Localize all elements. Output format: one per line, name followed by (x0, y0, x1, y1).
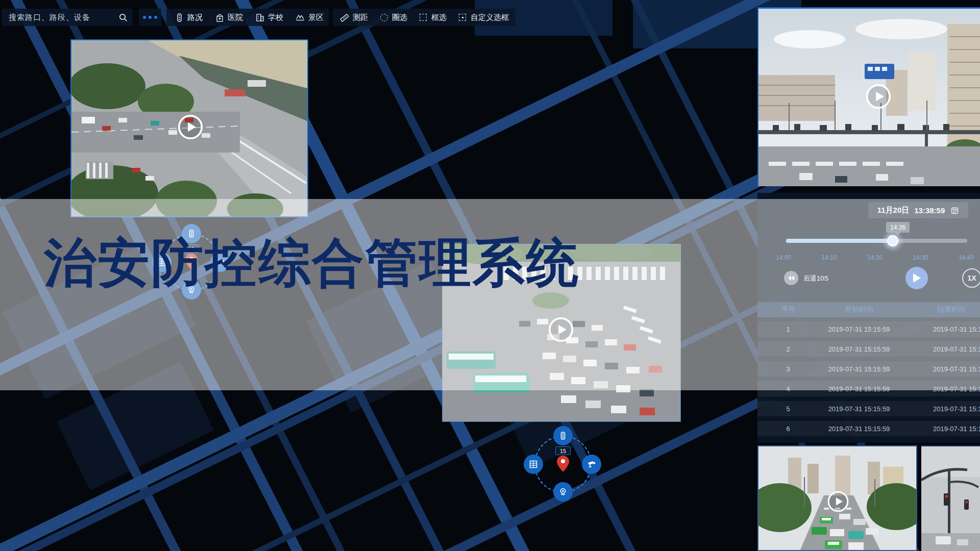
search-input[interactable]: 搜索路口、路段、设备 (2, 9, 133, 26)
search-icon[interactable] (118, 13, 128, 22)
timeline-ticks: 14:0014:1014:2014:3014:40 (757, 254, 980, 261)
app-root: 15 治安防控综合管理系统 搜索路口、路段、设备 路况 医院 (0, 0, 980, 551)
table-cell: 2019-07-31 15:15:59 (912, 325, 980, 333)
panel-grid-icon[interactable] (524, 455, 543, 474)
table-cell: 2019-07-31 15:15:59 (912, 405, 980, 413)
toolbar-item-label: 医院 (228, 13, 243, 22)
traffic-light-icon[interactable] (553, 426, 573, 445)
play-button[interactable] (177, 114, 204, 140)
slider-tooltip: 14:26 (886, 222, 910, 233)
scenic-icon (296, 13, 305, 22)
table-cell: 5 (757, 405, 806, 413)
box-select-icon (419, 13, 428, 22)
toolbar-item-measure[interactable]: 测距 (340, 13, 368, 22)
rewind-label: 后退10S (803, 274, 828, 283)
table-cell: 3 (757, 365, 806, 373)
toolbar-item-box-select[interactable]: 框选 (419, 13, 447, 22)
search-placeholder: 搜索路口、路段、设备 (9, 13, 90, 22)
location-pin-icon[interactable] (557, 456, 569, 474)
toolbar-item-custom-select[interactable]: 自定义选框 (458, 13, 509, 22)
school-icon (255, 13, 264, 22)
timeline-tick-label: 14:30 (913, 254, 928, 261)
device-marker: 15 (530, 426, 596, 503)
table-cell: 2019-07-31 15:15:59 (912, 365, 980, 373)
table-row[interactable]: 22019-07-31 15:15:592019-07-31 15:15:59 (757, 341, 980, 357)
toolbar-item-label: 圈选 (392, 13, 407, 22)
video-thumbnail-topright[interactable] (757, 7, 980, 186)
toolbar-item-label: 学校 (268, 13, 283, 22)
timeline-slider[interactable] (786, 239, 967, 243)
timeline-tick-label: 14:40 (959, 254, 974, 261)
play-button[interactable] (827, 490, 849, 513)
ruler-icon (340, 13, 349, 22)
dot-icon (143, 16, 146, 19)
play-pause-button[interactable] (905, 267, 928, 289)
table-row[interactable]: 62019-07-31 15:15:592019-07-31 15:15:59 (757, 421, 980, 436)
slider-handle[interactable] (887, 235, 898, 246)
traffic-light-icon (175, 13, 184, 22)
toolbar-item-label: 路况 (187, 13, 203, 22)
video-thumbnail-left[interactable] (70, 39, 308, 217)
table-cell: 2019-07-31 15:15:59 (912, 385, 980, 393)
device-count-badge: 15 (555, 446, 571, 455)
table-cell: 2019-07-31 15:15:59 (806, 425, 912, 433)
calendar-icon[interactable] (950, 206, 959, 215)
toolbar-item-label: 自定义选框 (471, 13, 509, 22)
table-cell: 2019-07-31 15:15:59 (912, 425, 980, 433)
table-cell: 4 (757, 385, 806, 393)
records-table-body: 12019-07-31 15:15:592019-07-31 15:15:592… (757, 321, 980, 441)
table-cell: 2019-07-31 15:15:59 (806, 365, 912, 373)
toolbar-item-label: 测距 (353, 13, 368, 22)
circle-select-icon (379, 13, 388, 22)
play-button[interactable] (548, 316, 574, 343)
timeline-tick-label: 14:10 (821, 254, 837, 261)
timeline-progress (786, 239, 893, 243)
webcam-icon[interactable] (553, 482, 573, 502)
table-row[interactable]: 52019-07-31 15:15:592019-07-31 15:15:59 (757, 401, 980, 416)
timeline-tick-label: 14:20 (867, 254, 883, 261)
table-cell: 2019-07-31 15:15:59 (806, 405, 912, 413)
page-title: 治安防控综合管理系统 (44, 229, 580, 298)
table-cell: 2 (757, 345, 806, 353)
video-thumbnail-bottomleft[interactable] (757, 445, 917, 551)
records-table-header: 序号 开始时间 结束时间 (757, 302, 980, 317)
custom-select-icon (458, 13, 467, 22)
hospital-icon (215, 13, 224, 22)
toolbar-item-school[interactable]: 学校 (255, 13, 283, 22)
timeline-tick-label: 14:00 (776, 254, 791, 261)
table-row[interactable]: 42019-07-31 15:15:592019-07-31 15:15:59 (757, 381, 980, 396)
playback-controls: 后退10S 1X (757, 267, 980, 289)
toolbar-item-scenic[interactable]: 景区 (296, 13, 324, 22)
dot-icon (149, 16, 152, 19)
table-cell: 2019-07-31 15:15:59 (912, 345, 980, 353)
toolbar-item-hospital[interactable]: 医院 (215, 13, 243, 22)
play-button[interactable] (865, 83, 892, 110)
time-label: 13:38:59 (914, 206, 945, 215)
column-header: 结束时间 (912, 305, 980, 314)
toolbar-item-circle-select[interactable]: 圈选 (379, 13, 407, 22)
selection-toolbar: 测距 圈选 框选 自定义选框 (333, 9, 516, 26)
rewind-button[interactable] (784, 271, 798, 285)
video-thumbnail-bottomright[interactable] (921, 445, 980, 551)
toolbar-item-traffic[interactable]: 路况 (175, 13, 203, 22)
table-cell: 6 (757, 425, 806, 433)
poi-toolbar: 路况 医院 学校 景区 (166, 9, 329, 26)
table-cell: 2019-07-31 15:15:59 (806, 325, 912, 333)
speed-button[interactable]: 1X (962, 268, 980, 288)
column-header: 开始时间 (806, 305, 912, 314)
table-row[interactable]: 12019-07-31 15:15:592019-07-31 15:15:59 (757, 321, 980, 337)
layers-menu-dots[interactable] (139, 9, 161, 26)
video-scene (921, 446, 980, 551)
table-cell: 1 (757, 325, 806, 333)
table-row[interactable]: 32019-07-31 15:15:592019-07-31 15:15:59 (757, 361, 980, 377)
dot-icon (154, 16, 157, 19)
table-cell: 2019-07-31 15:15:59 (806, 385, 912, 393)
toolbar-item-label: 框选 (431, 13, 447, 22)
table-cell: 2019-07-31 15:15:59 (806, 345, 912, 353)
cctv-camera-icon[interactable] (582, 455, 601, 474)
datetime-picker[interactable]: 11月20日 13:38:59 (868, 202, 968, 218)
date-label: 11月20日 (877, 206, 910, 215)
column-header: 序号 (757, 305, 806, 314)
playback-panel: 11月20日 13:38:59 14:26 14:0014:1014:2014:… (757, 193, 980, 443)
toolbar-item-label: 景区 (308, 13, 324, 22)
